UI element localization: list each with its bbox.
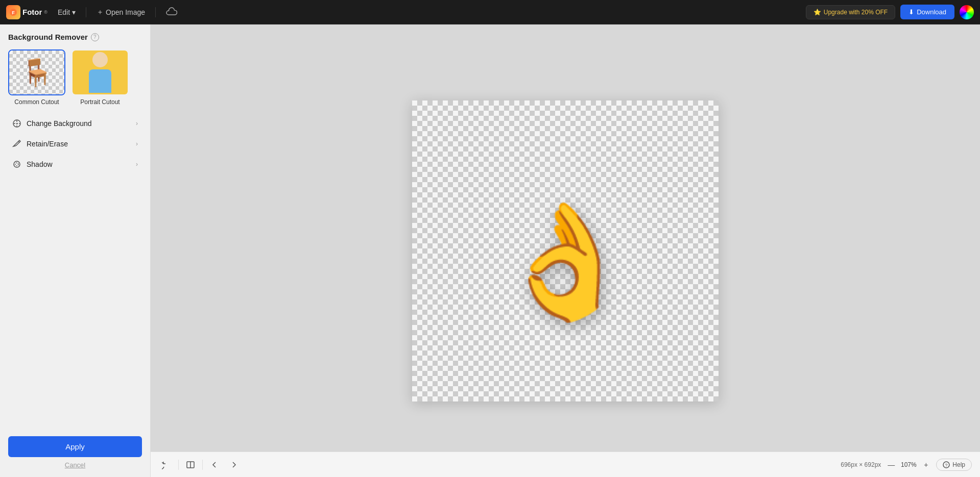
menu-section: Change Background › Retain/Erase › Shado… xyxy=(8,114,142,174)
svg-point-5 xyxy=(15,163,18,166)
edit-menu-button[interactable]: Edit ▾ xyxy=(54,6,80,18)
fotor-logo-reg: ® xyxy=(44,10,47,15)
split-view-button[interactable] xyxy=(183,457,198,472)
portrait-cutout-bg xyxy=(73,51,128,94)
cutout-options: 🪑 Common Cutout Portrait Cutout xyxy=(8,49,142,106)
retain-erase-left: Retain/Erase xyxy=(12,139,68,148)
zoom-in-button[interactable]: + xyxy=(920,459,932,471)
shadow-chevron: › xyxy=(136,161,138,168)
shadow-menu-item[interactable]: Shadow › xyxy=(8,155,142,174)
portrait-cutout-thumbnail[interactable] xyxy=(71,49,129,95)
undo-button[interactable] xyxy=(159,457,174,472)
common-cutout-label: Common Cutout xyxy=(14,98,59,106)
open-image-button[interactable]: ＋ Open Image xyxy=(92,6,149,19)
sidebar: Background Remover ? 🪑 Common Cutout xyxy=(0,24,151,477)
change-bg-icon xyxy=(12,119,21,128)
zoom-out-button[interactable]: — xyxy=(885,459,897,471)
svg-text:?: ? xyxy=(945,463,948,468)
apply-button[interactable]: Apply xyxy=(8,436,142,457)
bottom-toolbar-left xyxy=(159,457,242,472)
retain-erase-chevron: › xyxy=(136,140,138,147)
portrait-head xyxy=(92,52,108,67)
common-cutout-option[interactable]: 🪑 Common Cutout xyxy=(8,49,65,106)
zoom-controls: — 107% + xyxy=(885,459,932,471)
sidebar-bottom: Apply Cancel xyxy=(8,436,142,469)
cloud-save-button[interactable] xyxy=(162,5,181,19)
common-cutout-thumbnail[interactable]: 🪑 xyxy=(8,49,65,95)
toolbar-divider xyxy=(178,460,179,470)
forward-button[interactable] xyxy=(226,457,242,472)
help-icon[interactable]: ? xyxy=(91,33,99,41)
color-wheel-icon[interactable] xyxy=(960,5,974,19)
change-background-label: Change Background xyxy=(27,119,92,128)
retain-erase-menu-item[interactable]: Retain/Erase › xyxy=(8,134,142,154)
bottom-toolbar: 696px × 692px — 107% + ? Help xyxy=(151,451,980,477)
svg-text:F: F xyxy=(12,10,15,15)
topnav-right: ⭐ Upgrade with 20% OFF ⬇ Download xyxy=(806,5,974,19)
top-navigation: F Fotor® Edit ▾ ＋ Open Image ⭐ Upgrade w… xyxy=(0,0,980,24)
portrait-figure xyxy=(85,52,115,93)
fotor-brand-name: Fotor xyxy=(22,8,42,16)
shadow-left: Shadow xyxy=(12,160,53,169)
portrait-cutout-label: Portrait Cutout xyxy=(80,98,119,106)
retain-erase-icon xyxy=(12,139,21,148)
shadow-label: Shadow xyxy=(27,160,53,168)
fotor-logo[interactable]: F Fotor® xyxy=(6,5,47,19)
nav-divider-2 xyxy=(155,7,156,17)
canvas-checker-background: 👌 xyxy=(412,101,719,401)
change-bg-chevron: › xyxy=(136,120,138,127)
nav-divider xyxy=(86,7,86,17)
zoom-level: 107% xyxy=(899,461,918,468)
main-area: Background Remover ? 🪑 Common Cutout xyxy=(0,24,980,477)
change-background-menu-item[interactable]: Change Background › xyxy=(8,114,142,133)
upgrade-button[interactable]: ⭐ Upgrade with 20% OFF xyxy=(806,5,895,19)
help-button[interactable]: ? Help xyxy=(936,459,972,471)
portrait-cutout-option[interactable]: Portrait Cutout xyxy=(71,49,129,106)
cancel-link[interactable]: Cancel xyxy=(8,461,142,469)
toolbar-divider-2 xyxy=(202,460,203,470)
portrait-body xyxy=(89,69,111,93)
back-button[interactable] xyxy=(207,457,222,472)
common-cutout-bg: 🪑 xyxy=(9,51,64,94)
svg-point-4 xyxy=(14,161,20,167)
sidebar-title: Background Remover xyxy=(8,33,88,41)
canvas-area: 👌 696px × 692 xyxy=(151,24,980,477)
shadow-icon xyxy=(12,160,21,169)
change-bg-left: Change Background xyxy=(12,119,92,128)
download-button[interactable]: ⬇ Download xyxy=(900,5,954,19)
fotor-logo-icon: F xyxy=(6,5,20,19)
retain-erase-label: Retain/Erase xyxy=(27,140,68,148)
canvas-container: 👌 xyxy=(412,101,719,401)
chair-icon: 🪑 xyxy=(20,57,54,88)
image-size-label: 696px × 692px xyxy=(841,461,881,468)
sidebar-header: Background Remover ? xyxy=(8,33,142,41)
bottom-toolbar-right: 696px × 692px — 107% + ? Help xyxy=(841,459,972,471)
ok-hand-emoji: 👌 xyxy=(495,205,636,317)
